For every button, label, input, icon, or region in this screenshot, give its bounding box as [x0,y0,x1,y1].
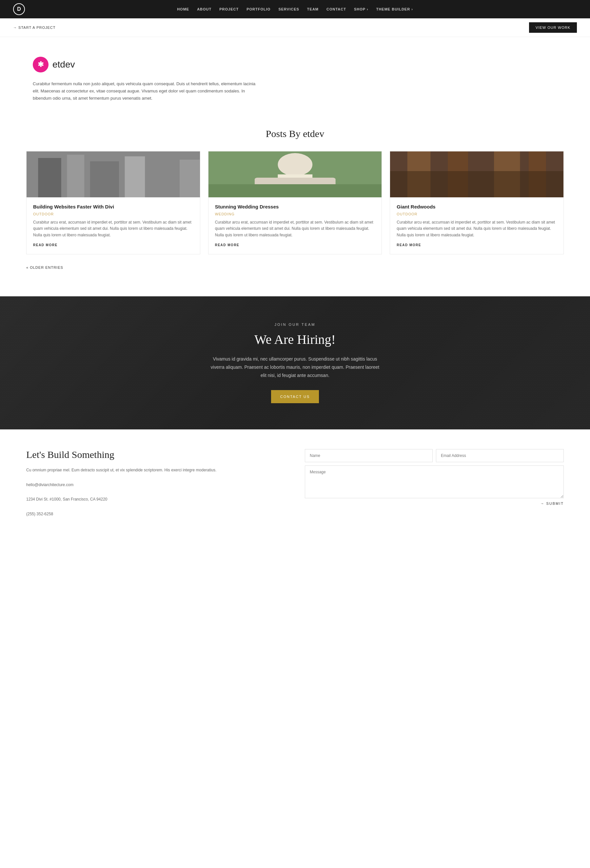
post-title: Giant Redwoods [397,204,557,210]
svg-rect-5 [151,165,177,197]
sub-header: → START A PROJECT VIEW OUR WORK [0,18,590,37]
svg-rect-11 [208,184,382,197]
contact-title: Let's Build Something [26,449,285,460]
post-category: Outdoor [33,212,193,216]
svg-rect-2 [67,155,84,197]
svg-rect-1 [38,158,61,197]
start-project-link[interactable]: → START A PROJECT [13,25,55,30]
hiring-text: Vivamus id gravida mi, nec ullamcorper p… [210,355,380,380]
post-card: Giant RedwoodsOutdoorCurabitur arcu erat… [390,151,564,254]
contact-footer: Let's Build Something Cu omnium propriae… [0,430,590,545]
read-more-link[interactable]: READ MORE [397,243,421,247]
svg-rect-3 [90,161,119,197]
post-image-post-1 [27,151,200,197]
author-brand: ✱ etdev [33,57,262,72]
contact-text: Cu omnium propriae mel. Eum detracto sus… [26,467,285,473]
post-title: Stunning Wedding Dresses [215,204,375,210]
nav-item-portfolio[interactable]: PORTFOLIO [246,7,270,11]
nav-item-about[interactable]: ABOUT [197,7,211,11]
post-excerpt: Curabitur arcu erat, accumsan id imperdi… [397,219,557,238]
post-title: Building Websites Faster With Divi [33,204,193,210]
author-icon: ✱ [33,57,49,72]
contact-form: → SUBMIT [305,449,564,525]
svg-rect-17 [390,171,563,197]
nav-item-shop[interactable]: SHOP › [354,7,369,11]
hiring-section: JOIN OUR TEAM We Are Hiring! Vivamus id … [0,296,590,430]
site-logo[interactable]: D [13,3,25,15]
older-entries-link[interactable]: « OLDER ENTRIES [26,266,63,269]
hiring-subtitle: JOIN OUR TEAM [13,323,577,326]
email-input[interactable] [436,449,564,462]
author-bio: Curabitur fermentum nulla non justo aliq… [33,80,262,102]
contact-info: Let's Build Something Cu omnium propriae… [26,449,285,525]
posts-section: Posts By etdev Building Websites Faster … [0,115,590,283]
svg-point-8 [277,153,313,176]
contact-email: hello@diviarchitecture.com [26,481,285,488]
contact-address: 1234 Divi St. #1000, San Francisco, CA 9… [26,496,285,502]
view-work-button[interactable]: VIEW OUR WORK [529,22,577,33]
post-excerpt: Curabitur arcu erat, accumsan id imperdi… [33,219,193,238]
nav-item-theme-builder[interactable]: THEME BUILDER › [376,7,413,11]
author-section: ✱ etdev Curabitur fermentum nulla non ju… [0,37,295,115]
site-header: D HOMEABOUTPROJECTPORTFOLIOSERVICESTEAMC… [0,0,590,18]
post-category: Wedding [215,212,375,216]
post-card: Stunning Wedding DressesWeddingCurabitur… [208,151,382,254]
start-project-label: → START A PROJECT [13,25,55,30]
post-category: Outdoor [397,212,557,216]
post-image-post-2 [208,151,382,197]
post-excerpt: Curabitur arcu erat, accumsan id imperdi… [215,219,375,238]
post-image-post-3 [390,151,563,197]
author-name: etdev [52,59,75,70]
nav-item-project[interactable]: PROJECT [219,7,239,11]
svg-rect-6 [180,159,200,197]
read-more-link[interactable]: READ MORE [33,243,58,247]
post-card: Building Websites Faster With DiviOutdoo… [26,151,200,254]
posts-title: Posts By etdev [26,128,564,139]
nav-item-services[interactable]: SERVICES [278,7,299,11]
name-input[interactable] [305,449,433,462]
main-nav: HOMEABOUTPROJECTPORTFOLIOSERVICESTEAMCON… [177,7,413,12]
submit-button[interactable]: → SUBMIT [540,502,564,505]
posts-grid: Building Websites Faster With DiviOutdoo… [26,151,564,254]
hiring-title: We Are Hiring! [13,332,577,347]
form-name-email-row [305,449,564,462]
contact-us-button[interactable]: CONTACT US [271,390,319,403]
nav-item-contact[interactable]: CONTACT [326,7,346,11]
nav-item-team[interactable]: TEAM [307,7,319,11]
nav-item-home[interactable]: HOME [177,7,189,11]
read-more-link[interactable]: READ MORE [215,243,240,247]
form-submit-row: → SUBMIT [305,502,564,505]
contact-phone: (255) 352-6258 [26,511,285,517]
message-input[interactable] [305,465,564,498]
svg-rect-4 [125,156,145,197]
